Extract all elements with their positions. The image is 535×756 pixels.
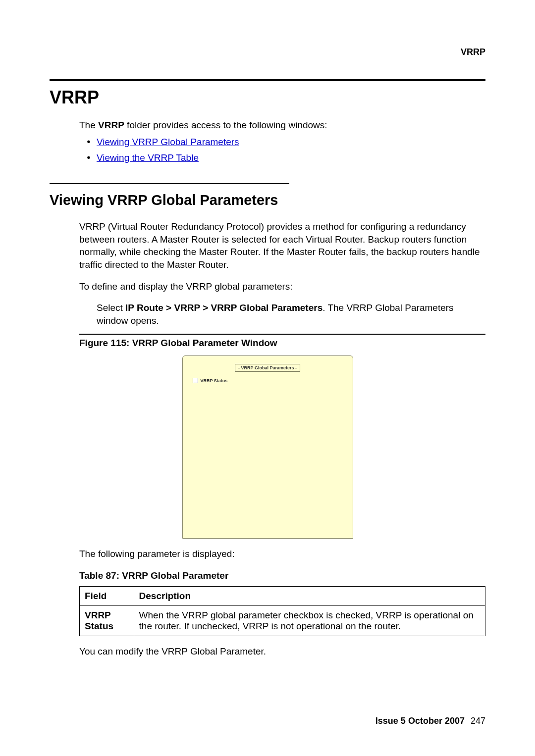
intro-suffix: folder provides access to the following … xyxy=(124,120,327,130)
figure-caption: Figure 115: VRRP Global Parameter Window xyxy=(79,338,485,349)
paragraph-vrrp-description: VRRP (Virtual Router Redundancy Protocol… xyxy=(79,220,485,271)
th-description: Description xyxy=(134,587,485,606)
section-rule xyxy=(50,183,289,184)
step-prefix: Select xyxy=(97,302,125,313)
section-heading: Viewing VRRP Global Parameters xyxy=(50,192,485,208)
intro-bold: VRRP xyxy=(98,120,124,130)
table-header-row: Field Description xyxy=(80,587,485,606)
vrrp-status-row: VRRP Status xyxy=(193,378,228,383)
vrrp-global-parameters-window: - VRRP Global Parameters - VRRP Status xyxy=(182,355,353,539)
paragraph-modify: You can modify the VRRP Global Parameter… xyxy=(79,645,485,658)
vrrp-global-parameter-table: Field Description VRRP Status When the V… xyxy=(79,586,485,636)
td-field-bold: VRRP Status xyxy=(85,610,113,631)
vrrp-status-checkbox[interactable] xyxy=(193,378,198,383)
th-field: Field xyxy=(80,587,134,606)
step-bold: IP Route > VRRP > VRRP Global Parameters xyxy=(125,302,322,313)
link-vrrp-global-parameters[interactable]: Viewing VRRP Global Parameters xyxy=(97,137,485,148)
intro-text: The VRRP folder provides access to the f… xyxy=(79,120,485,131)
table-caption: Table 87: VRRP Global Parameter xyxy=(79,570,485,581)
footer-page-number: 247 xyxy=(471,716,485,726)
page-footer: Issue 5 October 2007247 xyxy=(375,716,485,726)
figure-rule xyxy=(79,334,485,335)
td-description: When the VRRP global parameter checkbox … xyxy=(134,606,485,636)
td-field: VRRP Status xyxy=(80,606,134,636)
paragraph-following-parameter: The following parameter is displayed: xyxy=(79,548,485,560)
link-vrrp-table[interactable]: Viewing the VRRP Table xyxy=(97,152,485,163)
step-select-path: Select IP Route > VRRP > VRRP Global Par… xyxy=(97,302,485,327)
header-section-label: VRRP xyxy=(461,47,485,57)
paragraph-define-display: To define and display the VRRP global pa… xyxy=(79,280,485,293)
footer-issue: Issue 5 October 2007 xyxy=(375,716,465,726)
panel-title: - VRRP Global Parameters - xyxy=(235,364,300,372)
page-title: VRRP xyxy=(50,87,485,108)
table-row: VRRP Status When the VRRP global paramet… xyxy=(80,606,485,636)
links-list: Viewing VRRP Global Parameters Viewing t… xyxy=(97,137,485,163)
top-rule xyxy=(50,79,485,81)
vrrp-status-label: VRRP Status xyxy=(201,378,228,383)
intro-prefix: The xyxy=(79,120,98,130)
